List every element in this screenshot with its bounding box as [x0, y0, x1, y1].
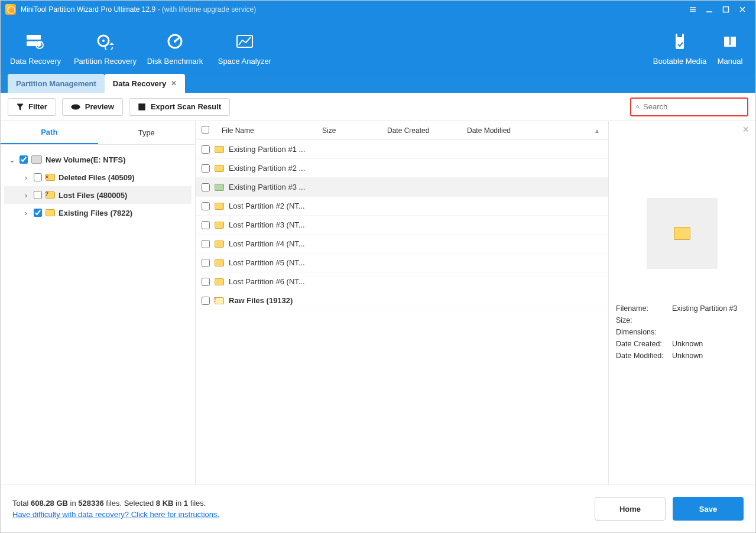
total-size: 608.28 GB: [31, 499, 68, 508]
file-row[interactable]: Existing Partition #1 ...: [196, 140, 608, 159]
checkbox[interactable]: [34, 209, 42, 217]
titlebar: MiniTool Partition Wizard Pro Ultimate 1…: [1, 1, 755, 18]
tab-data-recovery[interactable]: Data Recovery✕: [105, 74, 185, 93]
file-row[interactable]: Lost Partition #6 (NT...: [196, 272, 608, 291]
search-input[interactable]: [643, 102, 742, 111]
row-checkbox[interactable]: [202, 164, 210, 173]
file-row[interactable]: Lost Partition #4 (NT...: [196, 235, 608, 254]
folder-icon: [215, 146, 224, 153]
svg-line-23: [638, 108, 639, 108]
export-scan-button[interactable]: Export Scan Result: [129, 98, 230, 116]
maximize-icon[interactable]: [718, 2, 734, 17]
tree-root[interactable]: ⌄ New Volume(E: NTFS): [4, 151, 192, 168]
help-link[interactable]: Have difficulty with data recovery? Clic…: [12, 510, 219, 519]
eye-icon: [71, 103, 80, 110]
total-files: 528336: [78, 499, 103, 508]
tree-label: New Volume(E: NTFS): [46, 155, 126, 164]
row-checkbox[interactable]: [202, 278, 210, 286]
folder-deleted-icon: [46, 174, 55, 181]
home-button[interactable]: Home: [595, 497, 666, 521]
svg-point-20: [74, 106, 77, 108]
tree-lost-files[interactable]: › Lost Files (480005): [4, 186, 192, 204]
partition-recovery-button[interactable]: Partition Recovery: [70, 22, 140, 74]
col-modified[interactable]: Date Modified▴: [462, 126, 608, 135]
checkbox[interactable]: [34, 173, 42, 181]
save-button[interactable]: Save: [673, 497, 744, 521]
tab-partition-management[interactable]: Partition Management: [8, 74, 105, 93]
bottom-bar: Total 608.28 GB in 528336 files. Selecte…: [1, 485, 755, 532]
folder-icon: [215, 240, 224, 248]
tab-close-icon[interactable]: ✕: [171, 79, 177, 87]
sidebar-tab-type[interactable]: Type: [98, 121, 196, 144]
file-row[interactable]: Existing Partition #3 ...: [196, 178, 608, 197]
filter-button[interactable]: Filter: [8, 98, 56, 116]
checkbox[interactable]: [34, 191, 42, 199]
partition-recovery-icon: [95, 31, 116, 52]
select-all-checkbox[interactable]: [202, 126, 209, 134]
col-filename[interactable]: File Name: [217, 126, 317, 135]
row-checkbox[interactable]: [202, 183, 210, 191]
file-row[interactable]: Existing Partition #2 ...: [196, 159, 608, 178]
preview-metadata: Filename:Existing Partition #3 Size: Dim…: [616, 304, 748, 363]
col-created[interactable]: Date Created: [382, 126, 462, 135]
folder-icon: [46, 209, 55, 216]
selected-count: 1: [184, 499, 188, 508]
meta-key: Filename:: [616, 304, 672, 313]
tree-deleted-files[interactable]: › Deleted Files (40509): [4, 168, 192, 186]
row-checkbox[interactable]: [202, 297, 210, 305]
menu-icon[interactable]: [684, 2, 701, 17]
chevron-right-icon[interactable]: ›: [22, 191, 30, 200]
app-logo-icon: [5, 4, 16, 15]
folder-icon: [215, 259, 224, 266]
minimize-icon[interactable]: [701, 2, 718, 17]
col-label: Date Modified: [467, 126, 511, 135]
file-name: Lost Partition #5 (NT...: [229, 258, 305, 267]
title-sub: (with lifetime upgrade service): [162, 5, 256, 14]
checkbox[interactable]: [20, 155, 28, 164]
svg-rect-4: [723, 7, 729, 12]
file-name: Lost Partition #3 (NT...: [229, 220, 305, 229]
sidebar-tab-path[interactable]: Path: [1, 121, 98, 144]
tree-existing-files[interactable]: › Existing Files (7822): [4, 204, 192, 222]
file-name: Existing Partition #1 ...: [229, 145, 305, 154]
preview-button[interactable]: Preview: [62, 98, 123, 116]
disk-benchmark-button[interactable]: Disk Benchmark: [140, 22, 210, 74]
file-row[interactable]: Raw Files (19132): [196, 291, 608, 310]
tab-label: Partition Management: [16, 79, 96, 88]
chevron-right-icon[interactable]: ›: [22, 209, 30, 217]
space-analyzer-button[interactable]: Space Analyzer: [210, 22, 280, 74]
folder-icon: [215, 222, 224, 229]
manual-button[interactable]: Manual: [709, 22, 751, 74]
row-checkbox[interactable]: [202, 202, 210, 210]
col-size[interactable]: Size: [317, 126, 382, 135]
chevron-right-icon[interactable]: ›: [22, 173, 30, 182]
button-label: Export Scan Result: [151, 102, 221, 111]
tree-label: Deleted Files (40509): [59, 173, 135, 182]
file-name: Existing Partition #2 ...: [229, 164, 305, 173]
close-icon[interactable]: [734, 2, 751, 17]
file-row[interactable]: Lost Partition #3 (NT...: [196, 216, 608, 235]
data-recovery-icon: [25, 31, 46, 52]
row-checkbox[interactable]: [202, 240, 210, 248]
row-checkbox[interactable]: [202, 259, 210, 267]
file-name: Raw Files (19132): [229, 296, 293, 305]
chevron-down-icon[interactable]: ⌄: [8, 155, 16, 164]
file-row[interactable]: Lost Partition #5 (NT...: [196, 254, 608, 272]
meta-key: Size:: [616, 316, 672, 324]
manual-icon: [719, 31, 741, 52]
preview-close-icon[interactable]: ✕: [742, 125, 749, 134]
bootable-media-icon: [669, 31, 690, 52]
svg-point-11: [102, 40, 105, 42]
preview-thumbnail: [647, 198, 718, 269]
folder-icon: [215, 165, 224, 172]
toolbar-label: Space Analyzer: [218, 57, 271, 66]
file-row[interactable]: Lost Partition #2 (NT...: [196, 197, 608, 216]
row-checkbox[interactable]: [202, 145, 210, 154]
drive-icon: [31, 155, 42, 164]
data-recovery-button[interactable]: Data Recovery: [1, 22, 70, 74]
bootable-media-button[interactable]: Bootable Media: [650, 22, 709, 74]
row-checkbox[interactable]: [202, 221, 210, 229]
toolbar-label: Partition Recovery: [74, 57, 137, 66]
search-box[interactable]: [630, 98, 748, 116]
svg-line-15: [175, 38, 179, 41]
